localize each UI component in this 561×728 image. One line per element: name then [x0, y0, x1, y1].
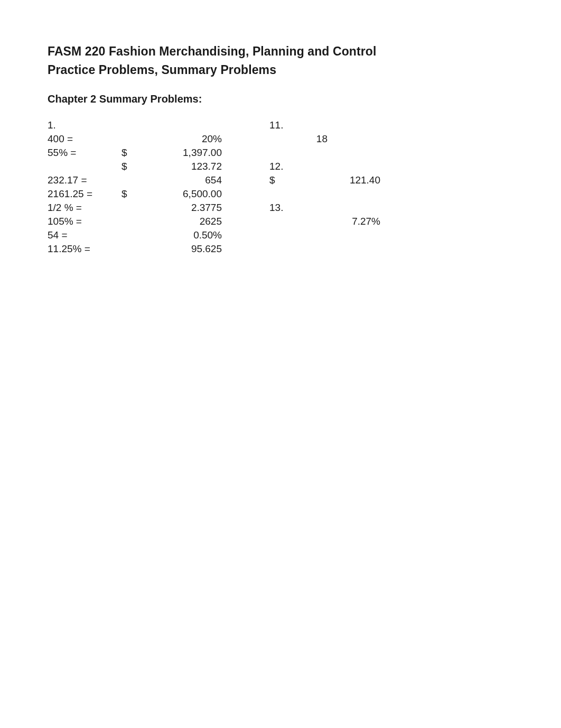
cell: 7.27%	[328, 214, 380, 228]
cell	[301, 173, 328, 187]
cell: 400 =	[48, 132, 121, 145]
course-title: FASM 220 Fashion Merchandising, Planning…	[48, 43, 513, 60]
cell	[269, 228, 301, 242]
cell	[121, 228, 143, 242]
cell	[301, 200, 328, 214]
cell	[301, 145, 328, 159]
cell	[328, 132, 380, 145]
table-row: 400 = 20% 18	[48, 132, 380, 145]
cell: 232.17 =	[48, 173, 121, 187]
cell: 6,500.00	[143, 187, 222, 200]
table-row: 55% = $ 1,397.00	[48, 145, 380, 159]
cell	[269, 242, 301, 255]
cell: 20%	[143, 132, 222, 145]
cell	[121, 200, 143, 214]
cell: 2161.25 =	[48, 187, 121, 200]
cell: 2.3775	[143, 200, 222, 214]
cell: 1,397.00	[143, 145, 222, 159]
cell	[48, 159, 121, 173]
cell	[301, 118, 328, 132]
cell: 121.40	[328, 173, 380, 187]
cell	[269, 187, 301, 200]
document-page: FASM 220 Fashion Merchandising, Planning…	[0, 0, 561, 728]
cell	[328, 118, 380, 132]
cell	[143, 118, 222, 132]
table-row: 2161.25 = $ 6,500.00	[48, 187, 380, 200]
cell	[301, 159, 328, 173]
table-row: 54 = 0.50%	[48, 228, 380, 242]
cell	[121, 214, 143, 228]
cell	[301, 228, 328, 242]
cell	[301, 242, 328, 255]
cell: 1.	[48, 118, 121, 132]
problems-table: 1. 11. 400 = 20% 18 55% = $ 1,397.0	[48, 118, 380, 255]
cell: 0.50%	[143, 228, 222, 242]
cell: $	[121, 187, 143, 200]
chapter-heading: Chapter 2 Summary Problems:	[48, 93, 513, 105]
cell: $	[121, 159, 143, 173]
cell	[301, 187, 328, 200]
cell	[121, 118, 143, 132]
cell: 11.	[269, 118, 301, 132]
cell: 18	[301, 132, 328, 145]
cell	[121, 242, 143, 255]
cell	[269, 145, 301, 159]
cell: 54 =	[48, 228, 121, 242]
cell	[269, 132, 301, 145]
cell: 95.625	[143, 242, 222, 255]
cell	[328, 200, 380, 214]
cell: 105% =	[48, 214, 121, 228]
cell	[328, 159, 380, 173]
cell	[328, 242, 380, 255]
cell: 1/2 % =	[48, 200, 121, 214]
cell	[328, 228, 380, 242]
table-row: 1/2 % = 2.3775 13.	[48, 200, 380, 214]
cell	[121, 173, 143, 187]
table-row: $ 123.72 12.	[48, 159, 380, 173]
table-row: 105% = 2625 7.27%	[48, 214, 380, 228]
cell	[301, 214, 328, 228]
cell: 55% =	[48, 145, 121, 159]
table-row: 1. 11.	[48, 118, 380, 132]
document-subtitle: Practice Problems, Summary Problems	[48, 62, 513, 78]
cell: 13.	[269, 200, 301, 214]
cell: 11.25% =	[48, 242, 121, 255]
cell	[328, 145, 380, 159]
cell: $	[269, 173, 301, 187]
table-row: 11.25% = 95.625	[48, 242, 380, 255]
cell: 2625	[143, 214, 222, 228]
cell: 654	[143, 173, 222, 187]
cell	[121, 132, 143, 145]
cell	[328, 187, 380, 200]
cell: 123.72	[143, 159, 222, 173]
cell: $	[121, 145, 143, 159]
cell: 12.	[269, 159, 301, 173]
table-row: 232.17 = 654 $ 121.40	[48, 173, 380, 187]
cell	[269, 214, 301, 228]
